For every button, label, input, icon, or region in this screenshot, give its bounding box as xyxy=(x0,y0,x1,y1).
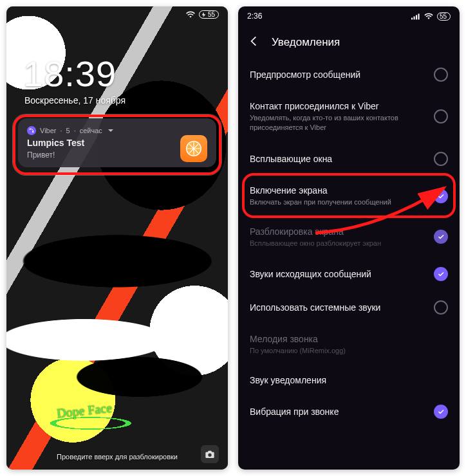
radio-off-icon[interactable] xyxy=(434,68,448,82)
settings-row-9[interactable]: Вибрация при звонке xyxy=(238,395,460,428)
row-title: Звук уведомления xyxy=(250,375,448,385)
lockscreen-date: Воскресенье, 17 ноября xyxy=(24,95,126,105)
camera-icon xyxy=(205,449,215,459)
settings-list: Предпросмотр сообщенийКонтакт присоедини… xyxy=(238,58,460,470)
settings-phone: 2:36 55 Уведомления Предпросмотр сообщен… xyxy=(238,6,460,470)
row-title: Звуки исходящих сообщений xyxy=(250,269,427,279)
svg-rect-5 xyxy=(411,17,413,19)
lockscreen-clock: 18:39 xyxy=(23,53,116,95)
row-subtitle: Уведомлять, когда кто-то из ваших контак… xyxy=(250,113,427,133)
row-title: Разблокировка экрана xyxy=(250,226,427,237)
settings-row-1[interactable]: Контакт присоединился к ViberУведомлять,… xyxy=(238,91,460,142)
page-title: Уведомления xyxy=(272,36,340,49)
status-bar-left: 55 xyxy=(186,10,219,19)
check-on-icon[interactable] xyxy=(434,189,448,203)
back-button[interactable] xyxy=(247,35,260,50)
row-title: Включение экрана xyxy=(250,185,427,196)
chevron-down-icon xyxy=(107,127,114,134)
row-title: Всплывающие окна xyxy=(250,154,427,164)
battery-level: 55 xyxy=(440,13,447,20)
svg-rect-6 xyxy=(413,16,415,19)
status-time: 2:36 xyxy=(247,12,262,21)
viber-icon xyxy=(27,126,36,135)
settings-row-8[interactable]: Звук уведомления xyxy=(238,365,460,395)
row-title: Предпросмотр сообщений xyxy=(250,69,427,80)
wifi-icon xyxy=(186,11,195,19)
row-subtitle: Всплывающее окно разблокирует экран xyxy=(250,239,427,248)
camera-shortcut[interactable] xyxy=(201,445,219,463)
radio-off-icon[interactable] xyxy=(434,152,448,166)
row-title: Использовать системные звуки xyxy=(250,302,427,313)
row-title: Контакт присоединился к Viber xyxy=(250,101,427,111)
notification-count: 5 xyxy=(66,127,70,134)
settings-header: Уведомления xyxy=(238,30,460,55)
orange-slice-icon xyxy=(180,135,207,162)
notification-time: сейчас xyxy=(80,127,102,134)
row-subtitle: По умолчанию (MiRemix.ogg) xyxy=(250,346,448,356)
check-on-icon[interactable] xyxy=(434,267,448,281)
settings-row-0[interactable]: Предпросмотр сообщений xyxy=(238,58,460,91)
settings-row-6[interactable]: Использовать системные звуки xyxy=(238,291,460,324)
row-title: Вибрация при звонке xyxy=(250,407,427,417)
back-icon xyxy=(247,35,260,48)
signal-icon xyxy=(411,13,420,20)
status-bar-right: 2:36 55 xyxy=(247,12,451,21)
svg-rect-8 xyxy=(418,14,419,19)
radio-off-icon[interactable] xyxy=(434,109,448,124)
settings-row-5[interactable]: Звуки исходящих сообщений xyxy=(238,257,460,291)
notification-card[interactable]: Viber · 5 · сейчас Lumpics Test Привет! xyxy=(18,118,216,167)
battery-level: 55 xyxy=(208,11,215,18)
battery-indicator: 55 xyxy=(199,10,219,19)
notification-header: Viber · 5 · сейчас xyxy=(27,126,207,135)
row-title: Мелодия звонка xyxy=(250,334,448,344)
swipe-hint: Проведите вверх для разблокировки xyxy=(6,453,228,461)
settings-row-2[interactable]: Всплывающие окна xyxy=(238,142,460,176)
settings-row-4: Разблокировка экранаВсплывающее окно раз… xyxy=(238,217,460,258)
check-on-icon[interactable] xyxy=(434,405,448,419)
radio-off-icon[interactable] xyxy=(434,300,448,315)
settings-row-3[interactable]: Включение экранаВключать экран при получ… xyxy=(238,176,460,217)
lockscreen-phone: 55 18:39 Воскресенье, 17 ноября Viber · … xyxy=(6,6,228,470)
check-on-icon xyxy=(434,230,448,244)
wifi-icon xyxy=(424,13,433,20)
row-subtitle: Включать экран при получении сообщений xyxy=(250,197,427,207)
svg-rect-7 xyxy=(416,15,417,19)
battery-indicator: 55 xyxy=(437,12,451,21)
notification-app: Viber xyxy=(40,127,56,134)
settings-row-7: Мелодия звонкаПо умолчанию (MiRemix.ogg) xyxy=(238,324,460,365)
